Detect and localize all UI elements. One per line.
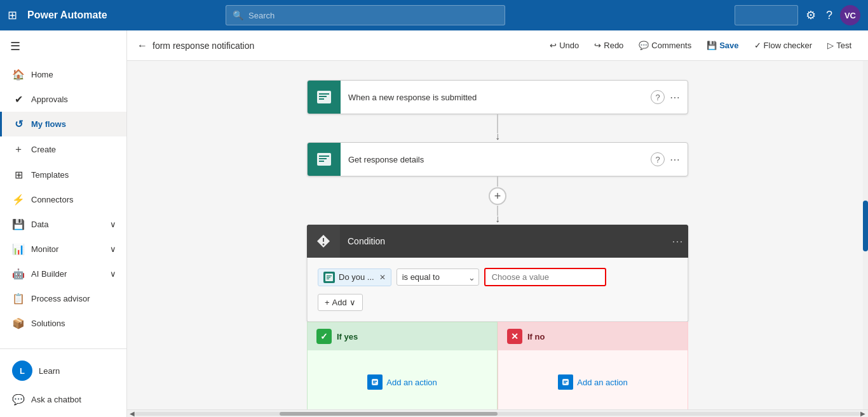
my-flows-icon: ↺ bbox=[12, 118, 25, 130]
horizontal-scrollbar[interactable]: ◀ ▶ bbox=[127, 409, 868, 417]
sidebar-hamburger-icon[interactable]: ☰ bbox=[0, 30, 126, 62]
apps-grid-icon[interactable]: ⊞ bbox=[8, 8, 17, 22]
monitor-chevron-icon: ∨ bbox=[110, 244, 116, 254]
condition-value-input[interactable] bbox=[484, 268, 606, 286]
canvas-scroll[interactable]: When a new response is submitted ? ⋯ ↓ bbox=[127, 61, 868, 409]
sidebar-item-ai-builder[interactable]: 🤖 AI Builder ∨ bbox=[0, 261, 126, 286]
get-response-node-actions: ? ⋯ bbox=[651, 151, 688, 168]
yes-add-action-button[interactable]: Add an action bbox=[362, 369, 442, 395]
sidebar: ☰ 🏠 Home ✔ Approvals ↺ My flows ＋ Create… bbox=[0, 30, 127, 417]
flow-arrow-1: ↓ bbox=[495, 131, 500, 142]
ai-builder-chevron-icon: ∨ bbox=[110, 269, 116, 279]
svg-rect-1 bbox=[319, 93, 329, 95]
undo-icon: ↩ bbox=[550, 41, 557, 50]
save-icon: 💾 bbox=[707, 41, 717, 50]
sidebar-item-monitor[interactable]: 📊 Monitor ∨ bbox=[0, 237, 126, 261]
comments-icon: 💬 bbox=[639, 41, 649, 50]
settings-icon[interactable]: ⚙ bbox=[803, 6, 818, 25]
sidebar-item-my-flows-label: My flows bbox=[31, 119, 66, 129]
redo-button[interactable]: ↪ Redo bbox=[588, 38, 630, 53]
svg-rect-3 bbox=[319, 98, 324, 100]
search-bar[interactable]: 🔍 bbox=[226, 5, 505, 25]
sidebar-item-process-advisor-label: Process advisor bbox=[31, 294, 90, 303]
connectors-icon: ⚡ bbox=[12, 194, 25, 206]
yes-branch-body: Add an action bbox=[308, 350, 497, 409]
flow-title: form response notification bbox=[153, 41, 541, 51]
sidebar-item-home[interactable]: 🏠 Home bbox=[0, 62, 126, 87]
no-add-action-button[interactable]: Add an action bbox=[553, 369, 633, 395]
get-response-help-icon[interactable]: ? bbox=[651, 152, 665, 166]
condition-pill[interactable]: Do you ... ✕ bbox=[318, 268, 391, 286]
condition-node[interactable]: Condition ⋯ bbox=[307, 225, 688, 322]
chatbot-icon: 💬 bbox=[12, 394, 25, 406]
canvas-inner: When a new response is submitted ? ⋯ ↓ bbox=[127, 61, 868, 409]
condition-add-button[interactable]: + Add ∨ bbox=[318, 294, 363, 311]
svg-rect-16 bbox=[373, 381, 377, 382]
get-response-more-icon[interactable]: ⋯ bbox=[667, 151, 682, 168]
trigger-help-icon[interactable]: ? bbox=[651, 90, 665, 104]
sidebar-item-connectors[interactable]: ⚡ Connectors bbox=[0, 187, 126, 212]
no-add-action-label: Add an action bbox=[577, 378, 628, 387]
sidebar-item-process-advisor[interactable]: 📋 Process advisor bbox=[0, 286, 126, 311]
no-branch: ✕ If no bbox=[498, 322, 688, 409]
user-avatar[interactable]: VC bbox=[840, 5, 860, 25]
data-icon: 💾 bbox=[12, 218, 25, 230]
sidebar-item-solutions-label: Solutions bbox=[31, 319, 65, 328]
vertical-scrollbar[interactable] bbox=[863, 61, 868, 409]
condition-operator-select[interactable]: is equal to is not equal to contains doe… bbox=[397, 268, 479, 286]
ai-builder-icon: 🤖 bbox=[12, 268, 25, 280]
condition-more-icon[interactable]: ⋯ bbox=[667, 229, 688, 253]
solutions-icon: 📦 bbox=[12, 317, 25, 329]
get-response-node[interactable]: Get response details ? ⋯ bbox=[307, 142, 688, 176]
comments-button[interactable]: 💬 Comments bbox=[632, 38, 698, 53]
test-button[interactable]: ▷ Test bbox=[821, 38, 858, 53]
sidebar-item-home-label: Home bbox=[31, 70, 53, 79]
sidebar-item-approvals-label: Approvals bbox=[31, 95, 68, 104]
monitor-item-content: Monitor ∨ bbox=[31, 244, 116, 254]
sidebar-item-connectors-label: Connectors bbox=[31, 195, 73, 204]
yes-add-action-icon bbox=[367, 374, 383, 390]
app-logo: Power Automate bbox=[27, 10, 107, 21]
help-icon[interactable]: ? bbox=[824, 6, 835, 25]
redo-icon: ↪ bbox=[594, 41, 601, 50]
save-button[interactable]: 💾 Save bbox=[700, 38, 745, 53]
undo-button[interactable]: ↩ Undo bbox=[543, 38, 585, 53]
ai-builder-item-content: AI Builder ∨ bbox=[31, 269, 116, 279]
condition-pill-close-icon[interactable]: ✕ bbox=[379, 273, 386, 282]
sidebar-item-data[interactable]: 💾 Data ∨ bbox=[0, 212, 126, 237]
condition-pill-forms-icon bbox=[323, 272, 335, 283]
sidebar-item-solutions[interactable]: 📦 Solutions bbox=[0, 311, 126, 336]
trigger-node-label: When a new response is submitted bbox=[348, 93, 477, 102]
sidebar-item-my-flows[interactable]: ↺ My flows bbox=[0, 112, 126, 136]
sidebar-item-templates[interactable]: ⊞ Templates bbox=[0, 162, 126, 187]
sidebar-item-approvals[interactable]: ✔ Approvals bbox=[0, 87, 126, 112]
svg-point-10 bbox=[323, 244, 325, 246]
sidebar-item-chatbot-label: Ask a chatbot bbox=[31, 395, 81, 404]
condition-header: Condition ⋯ bbox=[307, 225, 688, 258]
trigger-more-icon[interactable]: ⋯ bbox=[667, 89, 682, 106]
yes-add-action-label: Add an action bbox=[386, 378, 437, 387]
connector-1: ↓ bbox=[495, 114, 500, 142]
sidebar-item-templates-label: Templates bbox=[31, 170, 69, 180]
data-chevron-icon: ∨ bbox=[110, 220, 116, 229]
flow-checker-button[interactable]: ✓ Flow checker bbox=[748, 38, 819, 53]
add-connector-btn-wrap: + bbox=[488, 187, 507, 206]
redo-label: Redo bbox=[604, 41, 623, 50]
sidebar-item-learn[interactable]: L Learn bbox=[0, 354, 126, 387]
add-step-button[interactable]: + bbox=[489, 187, 506, 205]
hscroll-right-arrow[interactable]: ▶ bbox=[860, 410, 865, 417]
sidebar-item-chatbot[interactable]: 💬 Ask a chatbot bbox=[0, 387, 126, 412]
environment-selector[interactable] bbox=[735, 5, 798, 25]
yes-branch-label: If yes bbox=[337, 332, 358, 341]
search-input[interactable] bbox=[248, 11, 498, 20]
hscroll-left-arrow[interactable]: ◀ bbox=[130, 410, 135, 417]
no-branch-header: ✕ If no bbox=[498, 322, 688, 350]
sidebar-item-create[interactable]: ＋ Create bbox=[0, 136, 126, 162]
trigger-node[interactable]: When a new response is submitted ? ⋯ bbox=[307, 80, 688, 114]
back-button[interactable]: ← bbox=[137, 40, 147, 51]
trigger-node-body: When a new response is submitted bbox=[341, 93, 651, 102]
condition-add-label: Add bbox=[332, 298, 347, 307]
flow-line-2a bbox=[497, 176, 498, 187]
svg-rect-18 bbox=[562, 379, 569, 385]
no-branch-icon: ✕ bbox=[507, 329, 522, 344]
